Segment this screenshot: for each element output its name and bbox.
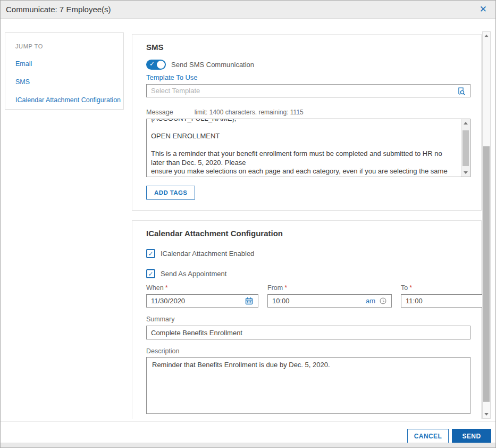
vertical-scrollbar[interactable] (482, 31, 491, 419)
icalendar-heading: ICalendar Attachment Configuration (146, 229, 469, 238)
communicate-dialog: Communicate: 7 Employee(s) ✕ JUMP TO Ema… (0, 0, 496, 448)
clock-icon[interactable] (379, 297, 387, 305)
message-scrollbar[interactable] (461, 119, 470, 177)
scrollbar-track[interactable] (483, 40, 490, 410)
sidebar-item-sms[interactable]: SMS (15, 78, 121, 86)
toggle-knob (157, 61, 165, 69)
bottom-strip (1, 443, 495, 447)
to-label: To* (401, 284, 491, 292)
from-time-input[interactable] (272, 297, 366, 305)
page-title: Communicate: 7 Employee(s) (6, 5, 111, 14)
summary-input[interactable] (151, 329, 466, 337)
message-limit-counter: limit: 1400 characters. remaining: 1115 (195, 109, 304, 116)
arrow-down-icon (484, 413, 489, 416)
sms-heading: SMS (146, 43, 469, 52)
jump-to-panel: JUMP TO Email SMS ICalendar Attachment C… (5, 32, 124, 110)
add-tags-button[interactable]: ADD TAGS (146, 186, 195, 200)
cancel-button[interactable]: CANCEL (407, 429, 449, 443)
required-asterisk: * (165, 284, 168, 292)
to-input-box[interactable]: am (401, 294, 491, 308)
icalendar-enabled-row: ✓ ICalendar Attachment Enabled (146, 249, 469, 258)
arrow-up-icon (464, 122, 468, 125)
appointment-time-row: When* (146, 284, 470, 308)
from-input-box[interactable]: am (267, 294, 392, 308)
calendar-icon[interactable] (245, 296, 254, 305)
summary-input-box[interactable] (146, 326, 470, 339)
content-scroll-area: SMS ✓ Send SMS Communication Template To… (132, 30, 491, 419)
jump-to-heading: JUMP TO (15, 43, 121, 49)
arrow-down-icon (464, 171, 468, 174)
required-asterisk: * (284, 284, 287, 292)
when-date-input[interactable] (151, 297, 245, 305)
send-as-appointment-checkbox[interactable]: ✓ (146, 269, 155, 278)
from-meridiem[interactable]: am (366, 297, 375, 305)
close-icon[interactable]: ✕ (476, 4, 490, 15)
arrow-up-icon (484, 35, 489, 37)
toggle-check-icon: ✓ (149, 60, 155, 68)
to-field: To* am (401, 284, 491, 308)
message-scrollbar-track[interactable] (461, 127, 470, 169)
description-textarea[interactable]: Reminder that Benefits Enrollment is due… (146, 357, 470, 414)
icalendar-enabled-label: ICalendar Attachment Enabled (161, 250, 254, 258)
dialog-footer: CANCEL SEND (1, 421, 495, 444)
send-sms-toggle[interactable]: ✓ (146, 60, 166, 70)
when-input-box[interactable] (146, 294, 258, 308)
message-label-row: Message limit: 1400 characters. remainin… (146, 109, 469, 116)
scroll-down-button[interactable] (483, 410, 490, 418)
scrollbar-thumb[interactable] (483, 146, 490, 402)
message-label: Message (146, 109, 173, 116)
message-textarea[interactable]: {ACCOUNT_FULL_NAME}, OPEN ENROLLMENT Thi… (146, 119, 470, 177)
scroll-up-button[interactable] (483, 32, 490, 40)
message-scrollbar-thumb[interactable] (463, 130, 469, 166)
sidebar-item-email[interactable]: Email (15, 60, 121, 68)
from-field: From* am (267, 284, 392, 308)
template-to-use-label[interactable]: Template To Use (146, 73, 469, 81)
send-sms-toggle-row: ✓ Send SMS Communication (146, 60, 469, 70)
required-asterisk: * (409, 284, 412, 292)
icalendar-section: ICalendar Attachment Configuration ✓ ICa… (132, 220, 482, 419)
message-scroll-up-button[interactable] (461, 119, 470, 127)
template-search-icon[interactable] (456, 86, 466, 96)
message-text[interactable]: {ACCOUNT_FULL_NAME}, OPEN ENROLLMENT Thi… (147, 119, 460, 177)
when-label-text: When (146, 284, 164, 292)
from-label: From* (267, 284, 392, 292)
when-field: When* (146, 284, 258, 308)
when-label: When* (146, 284, 258, 292)
to-label-text: To (401, 284, 408, 292)
send-as-appointment-label: Send As Appointment (161, 270, 226, 278)
summary-label: Summary (146, 316, 469, 323)
dialog-header: Communicate: 7 Employee(s) ✕ (1, 1, 495, 19)
send-sms-toggle-label: Send SMS Communication (171, 61, 254, 69)
template-select-input[interactable] (151, 87, 456, 95)
send-button[interactable]: SEND (452, 429, 491, 443)
sms-section: SMS ✓ Send SMS Communication Template To… (132, 34, 482, 211)
icalendar-enabled-checkbox[interactable]: ✓ (146, 249, 155, 258)
send-as-appointment-row: ✓ Send As Appointment (146, 269, 469, 278)
to-time-input[interactable] (406, 297, 491, 305)
template-select-field[interactable] (146, 84, 470, 97)
from-label-text: From (267, 284, 283, 292)
sidebar-item-icalendar[interactable]: ICalendar Attachment Configuration (15, 96, 121, 104)
description-label: Description (146, 347, 469, 355)
message-scroll-down-button[interactable] (461, 169, 470, 177)
